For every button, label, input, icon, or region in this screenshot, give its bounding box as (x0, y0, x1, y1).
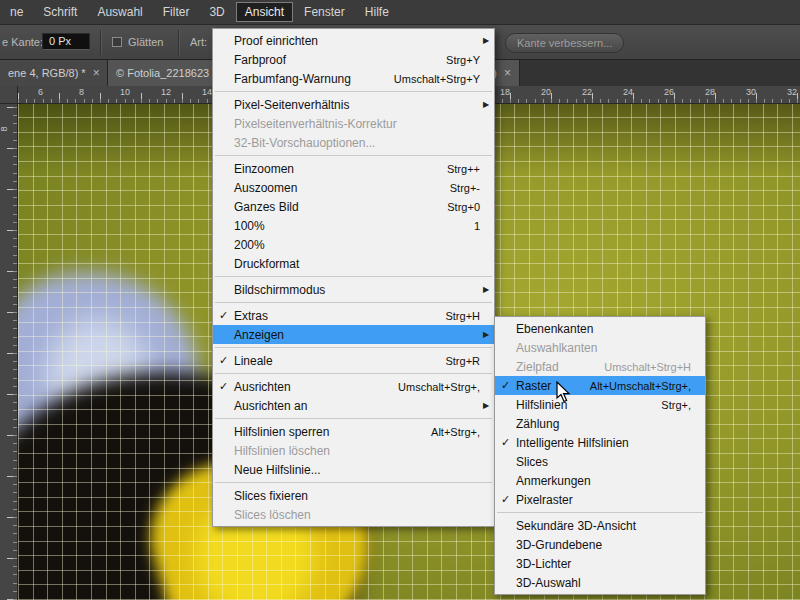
menu-item-zählung[interactable]: Zählung (495, 414, 705, 433)
menu-item-intelligente-hilfslinien[interactable]: ✓Intelligente Hilfslinien (495, 433, 705, 452)
menu-separator (215, 347, 492, 348)
menu-item-ebenenkanten[interactable]: Ebenenkanten (495, 319, 705, 338)
menubar-item-ansicht[interactable]: Ansicht (236, 2, 293, 22)
options-divider (178, 30, 179, 55)
menu-item-anmerkungen[interactable]: Anmerkungen (495, 471, 705, 490)
menu-item-label: Extras (234, 309, 268, 323)
menu-item-einzoomen[interactable]: EinzoomenStrg++ (213, 159, 494, 178)
menu-item-shortcut: Strg++ (437, 163, 480, 175)
menu-item-extras[interactable]: ✓ExtrasStrg+H (213, 306, 494, 325)
ruler-number: 32 (787, 87, 797, 97)
checkmark-icon: ✓ (495, 493, 516, 506)
vertical-ruler: 8 (0, 104, 18, 600)
menu-item-pixelseitenverhältnis-korrektur: Pixelseitenverhältnis-Korrektur (213, 114, 494, 133)
menubar-item-auswahl[interactable]: Auswahl (88, 2, 151, 22)
menu-item-3d-grundebene[interactable]: 3D-Grundebene (495, 535, 705, 554)
menubar-item-hilfe[interactable]: Hilfe (356, 2, 398, 22)
menu-item-label: 32-Bit-Vorschauoptionen... (234, 136, 375, 150)
ruler-number: 8 (0, 126, 9, 131)
menu-item-ausrichten[interactable]: ✓AusrichtenUmschalt+Strg+, (213, 377, 494, 396)
menu-item-shortcut: Strg+Y (436, 54, 480, 66)
menu-item-proof-einrichten[interactable]: Proof einrichten▶ (213, 31, 494, 50)
ruler-number: 28 (705, 87, 715, 97)
menu-item-sekundäre-3d-ansicht[interactable]: Sekundäre 3D-Ansicht (495, 516, 705, 535)
menu-item-druckformat[interactable]: Druckformat (213, 254, 494, 273)
menu-separator (215, 418, 492, 419)
menu-item-label: Ausrichten an (234, 399, 307, 413)
menu-item-ganzes-bild[interactable]: Ganzes BildStrg+0 (213, 197, 494, 216)
ruler-corner (0, 86, 18, 104)
menu-item-label: Intelligente Hilfslinien (516, 436, 629, 450)
menu-item-label: Pixel-Seitenverhältnis (234, 98, 349, 112)
menu-item-bildschirmmodus[interactable]: Bildschirmmodus▶ (213, 280, 494, 299)
document-tab[interactable]: ene 4, RGB/8) *× (0, 60, 108, 86)
mouse-cursor-icon (556, 381, 574, 405)
menu-item-farbumfang-warnung[interactable]: Farbumfang-WarnungUmschalt+Strg+Y (213, 69, 494, 88)
menu-item-shortcut: Umschalt+Strg+H (594, 361, 691, 373)
submenu-arrow-icon: ▶ (480, 36, 494, 45)
ruler-number: 8 (79, 87, 84, 97)
menu-item-pixelraster[interactable]: ✓Pixelraster (495, 490, 705, 509)
menubar-item-fenster[interactable]: Fenster (295, 2, 354, 22)
menu-separator (497, 512, 703, 513)
menu-item-lineale[interactable]: ✓LinealeStrg+R (213, 351, 494, 370)
anti-alias-label: Glätten (128, 36, 163, 48)
ruler-number: 26 (664, 87, 674, 97)
menu-item-hilfslinien[interactable]: HilfslinienStrg+, (495, 395, 705, 414)
tab-label: © Fotolia_2218623 (116, 67, 209, 79)
menu-item-shortcut: Umschalt+Strg+, (388, 381, 480, 393)
menu-item-auszoomen[interactable]: AuszoomenStrg+- (213, 178, 494, 197)
submenu-arrow-icon: ▶ (480, 330, 494, 339)
menu-item-shortcut: Strg+H (435, 310, 480, 322)
ruler-number: 30 (746, 87, 756, 97)
ruler-number: 6 (38, 87, 43, 97)
menu-item-label: Lineale (234, 354, 273, 368)
menu-item-label: Proof einrichten (234, 34, 318, 48)
menu-item-label: 3D-Lichter (516, 557, 571, 571)
checkmark-icon: ✓ (213, 354, 234, 367)
menu-item-label: Farbumfang-Warnung (234, 72, 351, 86)
menu-item-auswahlkanten: Auswahlkanten (495, 338, 705, 357)
menu-item-100[interactable]: 100%1 (213, 216, 494, 235)
tab-close-icon[interactable]: × (93, 67, 100, 79)
refine-edge-button[interactable]: Kante verbessern... (505, 33, 624, 53)
menu-item-shortcut: Alt+Strg+, (421, 426, 480, 438)
menu-item-farbproof[interactable]: FarbproofStrg+Y (213, 50, 494, 69)
tab-label: ene 4, RGB/8) * (8, 67, 86, 79)
menu-item-label: Zählung (516, 417, 559, 431)
menu-item-raster[interactable]: ✓RasterAlt+Umschalt+Strg+, (495, 376, 705, 395)
menu-item-label: Slices (516, 455, 548, 469)
menubar-item-filter[interactable]: Filter (154, 2, 199, 22)
anti-alias-checkbox[interactable] (112, 37, 122, 47)
style-label: Art: (190, 36, 207, 48)
menu-item-3d-lichter[interactable]: 3D-Lichter (495, 554, 705, 573)
menu-item-ausrichten-an[interactable]: Ausrichten an▶ (213, 396, 494, 415)
feather-input[interactable]: 0 Px (42, 33, 90, 50)
menubar: neSchriftAuswahlFilter3DAnsichtFensterHi… (0, 0, 800, 25)
menu-item-shortcut: Strg+0 (437, 201, 480, 213)
submenu-arrow-icon: ▶ (480, 100, 494, 109)
menu-item-slices[interactable]: Slices (495, 452, 705, 471)
menu-item-hilfslinien-sperren[interactable]: Hilfslinien sperrenAlt+Strg+, (213, 422, 494, 441)
menu-item-label: Einzoomen (234, 162, 294, 176)
menu-item-label: Zielpfad (516, 360, 559, 374)
menu-separator (215, 91, 492, 92)
ruler-number: 12 (161, 87, 171, 97)
checkmark-icon: ✓ (495, 379, 516, 392)
menu-item-pixel-seitenverhältnis[interactable]: Pixel-Seitenverhältnis▶ (213, 95, 494, 114)
tab-close-icon[interactable]: × (504, 67, 511, 79)
menu-item-anzeigen[interactable]: Anzeigen▶ (213, 325, 494, 344)
menu-item-200[interactable]: 200% (213, 235, 494, 254)
menu-item-label: Ganzes Bild (234, 200, 299, 214)
menu-item-3d-auswahl[interactable]: 3D-Auswahl (495, 573, 705, 592)
menu-item-slices-fixieren[interactable]: Slices fixieren (213, 486, 494, 505)
menu-separator (215, 373, 492, 374)
menubar-item-schrift[interactable]: Schrift (34, 2, 86, 22)
options-divider (100, 30, 101, 55)
menu-item-neue-hilfslinie[interactable]: Neue Hilfslinie... (213, 460, 494, 479)
menu-item-hilfslinien-löschen: Hilfslinien löschen (213, 441, 494, 460)
menu-item-label: 3D-Auswahl (516, 576, 581, 590)
menubar-item-ne[interactable]: ne (1, 2, 32, 22)
menubar-item-3d[interactable]: 3D (200, 2, 233, 22)
menu-separator (215, 276, 492, 277)
